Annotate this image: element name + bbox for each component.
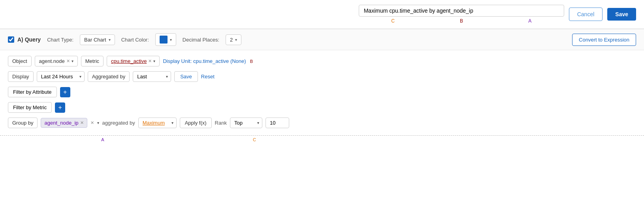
bottom-label-a: A (63, 137, 142, 142)
bottom-dashed-line (0, 135, 644, 136)
chart-type-value: Bar Chart (84, 37, 106, 43)
query-label: A) Query (17, 36, 41, 43)
decimal-places-select[interactable]: 2 ▾ (226, 34, 241, 45)
display-value-wrapper[interactable]: Last 24 Hours Last 7 Days Last 30 Days (37, 71, 85, 82)
top-bar: C B A Cancel Save (0, 0, 644, 29)
title-input[interactable] (359, 5, 564, 17)
bottom-label-c: C (253, 137, 256, 142)
top-select-wrapper[interactable]: Top Bottom (230, 118, 262, 128)
chart-type-select[interactable]: Bar Chart ▾ (80, 34, 115, 45)
top-number-input[interactable] (266, 118, 289, 128)
display-unit-link[interactable]: Display Unit: cpu.time_active (None) (163, 58, 246, 64)
group-by-row: Group by agent_node_ip ✕ ✕ ▾ aggregated … (8, 118, 636, 128)
aggregated-value-select[interactable]: Last Average Maximum Minimum Sum (133, 71, 171, 82)
metric-value: cpu.time_active (111, 58, 147, 64)
cancel-button[interactable]: Cancel (569, 8, 603, 21)
object-value: agent.node (39, 58, 65, 64)
chart-type-arrow: ▾ (109, 38, 111, 42)
convert-to-expression-button[interactable]: Convert to Expression (572, 34, 636, 46)
label-a: A (528, 18, 531, 24)
query-section: A) Query (8, 36, 41, 43)
filter-attribute-add-button[interactable]: + (60, 87, 70, 97)
metric-value-box[interactable]: cpu.time_active ✕ ▾ (107, 56, 160, 66)
aggregated-label: Aggregated by (88, 71, 130, 82)
filter-by-metric-button[interactable]: Filter by Metric (8, 102, 52, 113)
metric-chevron-icon[interactable]: ▾ (153, 59, 155, 63)
group-by-tag: agent_node_ip ✕ (41, 118, 87, 128)
object-clear-icon[interactable]: ✕ (66, 59, 70, 64)
display-reset-button[interactable]: Reset (201, 74, 215, 80)
display-row: Display Last 24 Hours Last 7 Days Last 3… (8, 71, 636, 82)
object-label: Object (8, 56, 32, 66)
filter-metric-add-button[interactable]: + (55, 102, 65, 113)
chart-color-label: Chart Color: (121, 37, 149, 43)
chart-color-select[interactable]: ▾ (155, 33, 176, 46)
top-select[interactable]: Top Bottom (230, 118, 262, 128)
display-save-button[interactable]: Save (174, 71, 198, 82)
group-aggregated-wrapper[interactable]: Maximum Minimum Average Sum Last (138, 118, 177, 128)
object-value-box[interactable]: agent.node ✕ ▾ (35, 56, 78, 66)
group-by-value: agent_node_ip (44, 120, 78, 126)
aggregated-value-wrapper[interactable]: Last Average Maximum Minimum Sum (133, 71, 171, 82)
filter-by-attribute-button[interactable]: Filter by Attribute (8, 87, 57, 97)
decimal-places-label: Decimal Places: (183, 37, 219, 43)
object-label-b: B (250, 59, 253, 64)
filter-attribute-row: Filter by Attribute + (8, 87, 636, 97)
filter-metric-row: Filter by Metric + (8, 102, 636, 113)
query-checkbox[interactable] (8, 36, 14, 43)
decimal-places-value: 2 (230, 37, 233, 43)
object-chevron-icon[interactable]: ▾ (72, 59, 73, 63)
group-aggregated-select[interactable]: Maximum Minimum Average Sum Last (138, 118, 177, 128)
save-button[interactable]: Save (607, 8, 636, 21)
display-value-select[interactable]: Last 24 Hours Last 7 Days Last 30 Days (37, 71, 85, 82)
label-row: C B A (359, 18, 564, 24)
decimal-arrow: ▾ (235, 38, 237, 42)
aggregated-by-label: aggregated by (102, 120, 135, 126)
group-by-clear-icon[interactable]: ✕ (90, 120, 94, 125)
group-by-chevron-icon[interactable]: ▾ (97, 121, 99, 125)
color-arrow: ▾ (170, 38, 172, 42)
object-metric-row: Object agent.node ✕ ▾ Metric cpu.time_ac… (8, 56, 636, 66)
display-label: Display (8, 71, 34, 82)
rank-label: Rank (215, 120, 227, 126)
label-c: C (391, 18, 395, 24)
group-by-tag-remove-icon[interactable]: ✕ (80, 120, 84, 125)
metric-label: Metric (81, 56, 104, 66)
apply-fx-button[interactable]: Apply f(x) (180, 118, 212, 128)
title-input-wrapper: C B A (359, 5, 564, 24)
bottom-labels: A C (0, 137, 644, 142)
metric-clear-icon[interactable]: ✕ (148, 59, 152, 64)
label-b: B (460, 18, 463, 24)
query-bar: A) Query Chart Type: Bar Chart ▾ Chart C… (0, 29, 644, 50)
main-content: Object agent.node ✕ ▾ Metric cpu.time_ac… (0, 50, 644, 134)
color-swatch (160, 36, 168, 44)
chart-type-label: Chart Type: (47, 37, 73, 43)
group-by-label: Group by (8, 118, 38, 128)
